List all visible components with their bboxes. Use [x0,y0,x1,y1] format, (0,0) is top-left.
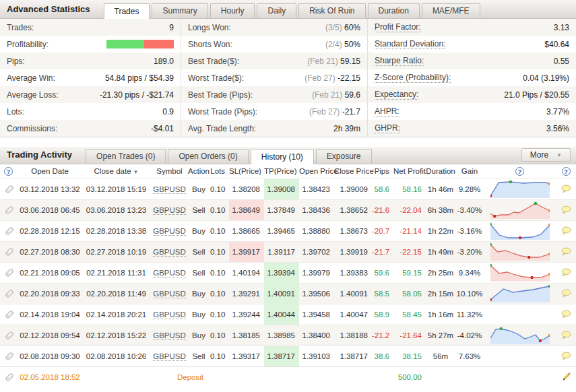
tab-daily[interactable]: Daily [257,3,296,18]
column-header-symbol[interactable]: Symbol [152,164,187,178]
tab-duration[interactable]: Duration [368,3,420,18]
column-header-open-price[interactable]: Open Price [299,164,334,178]
duration-cell: 1h 16m [426,304,455,325]
comment-cell[interactable] [556,241,576,262]
symbol-cell: GBPUSD [152,262,187,283]
column-header-net-profit[interactable]: Net Profit [393,164,426,178]
tab-hourly[interactable]: Hourly [210,3,255,18]
close-date-cell: 02.12.2018 15:22 [81,325,152,346]
tab-open-trades-0[interactable]: Open Trades (0) [86,149,166,164]
column-header-open-date[interactable]: Open Date [19,164,81,178]
stat-row: Best Trade (Pips):(Feb 21) 59.6 [181,86,367,103]
column-header-lots[interactable]: Lots [210,164,229,178]
column-header-pips[interactable]: Pips [372,164,393,178]
help-icon[interactable]: ? [4,167,13,176]
stat-label-ahpr[interactable]: AHPR: [375,106,399,117]
symbol-link[interactable]: GBPUSD [153,269,186,277]
stat-row: Z-Score (Probability):0.04 (3.19%) [368,69,576,86]
column-header-close-price[interactable]: Close Price [334,164,372,178]
open-date-cell: 03.12.2018 13:32 [19,178,81,199]
open-price-cell: 1.39103 [299,346,334,366]
trade-spark-chart[interactable] [490,201,550,219]
history-table: ?Open DateClose date▼SymbolActionLotsSL(… [0,164,576,387]
tab-trades[interactable]: Trades [104,3,150,19]
trade-spark-chart[interactable] [490,285,550,302]
attachment-cell[interactable] [0,325,19,346]
column-header-close-date[interactable]: Close date▼ [81,164,152,178]
stat-label-pips: Pips: [7,57,25,66]
gain-cell: 9.34% [455,262,484,283]
symbol-link[interactable]: GBPUSD [153,248,186,257]
comment-cell[interactable] [556,304,576,325]
attachment-cell[interactable] [0,241,19,262]
column-header-tp-price[interactable]: TP(Price) [264,164,299,178]
stat-label-sharpe-ratio[interactable]: Sharpe Ratio: [375,56,424,66]
stat-value: 3.77% [546,107,569,117]
more-button[interactable]: More ▼ [521,148,571,162]
symbol-link[interactable]: GBPUSD [153,352,186,361]
trade-spark-chart[interactable] [490,327,550,344]
symbol-link[interactable]: GBPUSD [153,290,186,298]
open-date-cell: 02.14.2018 19:04 [19,304,81,325]
help-icon[interactable]: ? [515,167,524,176]
column-header-gain[interactable]: Gain [455,164,484,178]
tab-mae-mfe[interactable]: MAE/MFE [422,3,480,18]
comment-cell[interactable] [556,346,576,366]
attachment-cell[interactable] [0,283,19,304]
deposit-amount-cell: 500.00 [393,366,426,387]
stat-label-profit-factor[interactable]: Profit Factor: [375,22,421,32]
symbol-link[interactable]: GBPUSD [153,227,186,236]
help-icon[interactable]: ? [562,167,571,176]
comment-cell[interactable] [556,178,576,199]
attachment-cell[interactable] [0,178,19,199]
trade-spark-chart[interactable] [490,243,550,261]
tab-open-orders-0[interactable]: Open Orders (0) [168,149,248,164]
spark-marker-red [527,255,530,258]
stat-row: AHPR:3.77% [368,103,576,120]
comment-cell[interactable] [556,262,576,283]
comment-cell[interactable] [556,283,576,304]
sl-price-cell: 1.40194 [229,262,264,283]
attachment-cell[interactable] [0,346,19,366]
comment-cell[interactable] [556,199,576,220]
stat-label-expectancy[interactable]: Expectancy: [375,90,418,100]
attachment-cell[interactable] [0,262,19,283]
comment-cell[interactable] [556,325,576,346]
attachment-cell[interactable] [0,366,19,387]
close-price-cell: 1.39919 [334,241,372,262]
tab-summary[interactable]: Summary [152,3,207,18]
symbol-link[interactable]: GBPUSD [153,331,186,340]
stat-row: Average Loss:-21.30 pips / -$21.74 [0,86,181,103]
attachment-cell[interactable] [0,199,19,220]
column-header-duration[interactable]: Duration [426,164,455,178]
tab-history-10[interactable]: History (10) [251,149,314,164]
tag-icon [4,372,15,383]
column-header-action[interactable]: Action [187,164,210,178]
stat-label-z-score-probability[interactable]: Z-Score (Probability): [375,73,451,83]
tab-risk-of-ruin[interactable]: Risk Of Ruin [298,3,365,18]
trade-spark-chart[interactable] [490,181,550,198]
trade-row: 02.14.2018 19:0402.14.2018 20:21GBPUSDBu… [0,304,576,325]
attachment-cell[interactable] [0,220,19,241]
close-price-cell: 1.38717 [334,346,372,366]
symbol-link[interactable]: GBPUSD [153,185,186,194]
stat-label-standard-deviation[interactable]: Standard Deviation: [375,39,445,49]
symbol-link[interactable]: GBPUSD [153,311,186,319]
action-cell: Sell [187,199,210,220]
stat-label-ghpr[interactable]: GHPR: [375,123,400,133]
stat-label-worst-trade-pips: Worst Trade (Pips): [188,107,257,117]
symbol-cell: GBPUSD [152,178,187,199]
symbol-link[interactable]: GBPUSD [153,206,186,215]
attachment-cell[interactable] [0,304,19,325]
stat-row: Trades:9 [0,19,181,36]
trade-spark-chart[interactable] [490,222,550,240]
trade-spark-chart[interactable] [490,264,550,282]
comment-cell[interactable] [556,220,576,241]
tab-exposure[interactable]: Exposure [316,149,372,164]
stat-value-main: 189.0 [154,57,174,66]
tag-icon [4,205,15,216]
edit-cell[interactable] [556,366,576,387]
close-date-cell: 02.28.2018 13:38 [81,220,152,241]
action-cell: Buy [187,220,210,241]
column-header-sl-price[interactable]: SL(Price) [229,164,264,178]
